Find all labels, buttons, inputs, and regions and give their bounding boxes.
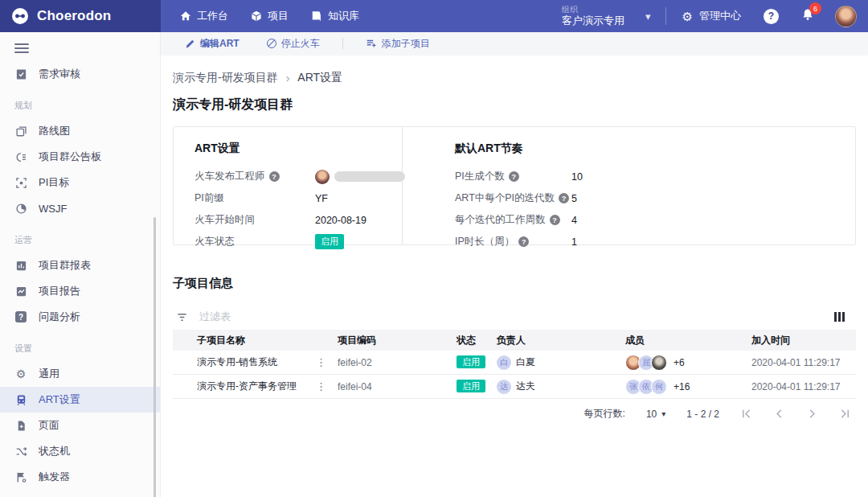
sidebar-item-pi-objectives[interactable]: PI目标 [0, 170, 160, 195]
cadence-label: 每个迭代的工作周数 [455, 213, 546, 227]
menu-toggle-icon[interactable] [14, 43, 29, 53]
notifications-button[interactable]: 6 [801, 8, 814, 24]
header-divider [665, 7, 666, 25]
org-label: 组织 [562, 5, 624, 15]
table-header-row: 子项目名称 项目编码 状态 负责人 成员 加入时间 [173, 330, 856, 351]
add-subproject-button[interactable]: 添加子项目 [366, 37, 430, 51]
page-title: 演示专用-研发项目群 [173, 97, 856, 113]
art-card-title: ART设置 [194, 142, 402, 156]
sidebar-item-trigger[interactable]: 触发器 [0, 464, 160, 490]
sidebar-item-state-machine[interactable]: 状态机 [0, 438, 160, 464]
sidebar-item-program-board[interactable]: 项目群公告板 [0, 144, 160, 170]
logo[interactable]: Choerodon [0, 0, 161, 32]
edit-art-button[interactable]: 编辑ART [185, 37, 240, 51]
sidebar-item-label: 需求审核 [39, 67, 80, 81]
prev-page-icon[interactable] [773, 408, 785, 420]
member-avatar[interactable]: 何 [651, 379, 667, 395]
breadcrumb: 演示专用-研发项目群 › ART设置 [173, 71, 856, 85]
help-icon[interactable]: ? [559, 193, 569, 203]
nav-project[interactable]: 项目 [251, 9, 289, 23]
user-avatar[interactable] [835, 6, 857, 27]
member-more-count[interactable]: +16 [674, 381, 690, 392]
sidebar-item-label: 项目群公告板 [39, 150, 101, 164]
target-icon [14, 176, 27, 189]
row-menu-icon[interactable]: ⋮ [316, 381, 326, 392]
col-header-joined[interactable]: 加入时间 [746, 334, 856, 347]
cadence-title: 默认ART节奏 [455, 142, 855, 156]
admin-center-button[interactable]: ⚙ 管理中心 [682, 9, 741, 23]
col-header-owner[interactable]: 负责人 [497, 334, 619, 347]
sidebar-item-label: 项目报告 [39, 284, 80, 298]
flag-icon [14, 470, 27, 483]
roadmap-icon [14, 125, 27, 138]
engineer-name-redacted [334, 171, 405, 182]
org-switcher[interactable]: 组织 客户演示专用 ▾ [562, 5, 651, 28]
sidebar-item-program-report[interactable]: 项目群报表 [0, 253, 160, 278]
first-page-icon[interactable] [740, 408, 752, 420]
sidebar-item-roadmap[interactable]: 路线图 [0, 118, 160, 144]
row-menu-icon[interactable]: ⋮ [316, 357, 326, 368]
help-icon[interactable]: ? [550, 215, 560, 225]
sidebar-item-art-settings[interactable]: ART设置 [0, 387, 160, 413]
sidebar-item-wsjf[interactable]: WSJF [0, 195, 160, 221]
sidebar-item-label: PI目标 [39, 175, 69, 190]
breadcrumb-separator: › [286, 72, 290, 84]
filter-icon [176, 311, 188, 323]
nav-workbench-label: 工作台 [197, 9, 228, 23]
sidebar-item-demand-review[interactable]: 需求审核 [0, 61, 160, 87]
nav-knowledge[interactable]: 知识库 [311, 9, 359, 23]
pi-prefix-row: PI前缀 YF [194, 187, 402, 209]
start-time-value: 2020-08-19 [315, 215, 366, 226]
cadence-value: 4 [571, 215, 577, 226]
help-icon[interactable]: ? [509, 171, 519, 182]
subprojects-table: 子项目名称 项目编码 状态 负责人 成员 加入时间 演示专用-销售系统 ⋮ fe… [173, 330, 856, 399]
pagination: 每页行数: 10 ▾ 1 - 2 / 2 [173, 407, 856, 421]
nav-workbench[interactable]: 工作台 [180, 9, 228, 23]
gear-icon: ⚙ [14, 368, 27, 380]
col-header-name[interactable]: 子项目名称 [173, 334, 338, 347]
help-icon[interactable]: ? [269, 171, 280, 182]
subproject-name[interactable]: 演示专用-资产事务管理 [197, 380, 297, 393]
col-header-code[interactable]: 项目编码 [338, 334, 457, 347]
sidebar-item-general[interactable]: ⚙ 通用 [0, 361, 160, 387]
top-header: Choerodon 工作台 项目 知识库 组织 客户演示专用 ▾ [0, 0, 868, 32]
breadcrumb-parent[interactable]: 演示专用-研发项目群 [173, 71, 278, 85]
page-toolbar: 编辑ART 停止火车 添加子项目 [161, 32, 868, 55]
page-size-select[interactable]: 10 ▾ [646, 409, 665, 420]
next-page-icon[interactable] [806, 408, 818, 420]
nav-project-label: 项目 [268, 9, 289, 23]
art-settings-card: ART设置 火车发布工程师 ? PI前缀 YF 火车开始时间 [173, 126, 856, 245]
member-avatar[interactable] [651, 355, 667, 371]
sidebar-item-issue-analysis[interactable]: ? 问题分析 [0, 304, 160, 330]
help-icon[interactable]: ? [518, 236, 529, 247]
cadence-label: PI生成个数 [455, 170, 505, 183]
sidebar-item-pages[interactable]: 页面 [0, 413, 160, 438]
sidebar-item-project-report[interactable]: 项目报告 [0, 278, 160, 304]
doc-check-icon [14, 68, 27, 80]
last-page-icon[interactable] [839, 408, 851, 420]
sidebar-scrollbar[interactable] [154, 217, 156, 497]
train-icon [14, 393, 27, 406]
help-button[interactable]: ? [764, 9, 779, 24]
member-more-count[interactable]: +6 [674, 357, 685, 368]
sidebar-item-label: 项目群报表 [39, 258, 91, 273]
table-row[interactable]: 演示专用-销售系统 ⋮ feifei-02 启用 白 白夏 屈 +6 2020-… [173, 351, 856, 375]
chevron-down-icon: ▾ [661, 409, 665, 418]
sidebar-item-label: 路线图 [39, 124, 70, 138]
org-name: 客户演示专用 [562, 14, 624, 27]
col-header-members[interactable]: 成员 [619, 334, 746, 347]
table-filter-input[interactable]: 过滤表 [176, 310, 833, 324]
cadence-value: 1 [571, 236, 577, 248]
col-header-status[interactable]: 状态 [457, 334, 497, 347]
column-settings-icon[interactable] [833, 310, 846, 323]
members-cell: 屈 +6 [619, 355, 746, 371]
subproject-code: feifei-04 [338, 381, 457, 392]
status-badge: 启用 [315, 234, 344, 249]
table-row[interactable]: 演示专用-资产事务管理 ⋮ feifei-04 启用 达 达夫 张 依 何 +1… [173, 375, 856, 399]
stop-train-button[interactable]: 停止火车 [267, 37, 320, 51]
sidebar-group-planning: 规划 [0, 100, 160, 112]
engineer-avatar [315, 170, 330, 184]
subproject-name[interactable]: 演示专用-销售系统 [197, 355, 277, 369]
breadcrumb-current: ART设置 [297, 71, 342, 85]
train-status-label: 火车状态 [194, 235, 235, 249]
